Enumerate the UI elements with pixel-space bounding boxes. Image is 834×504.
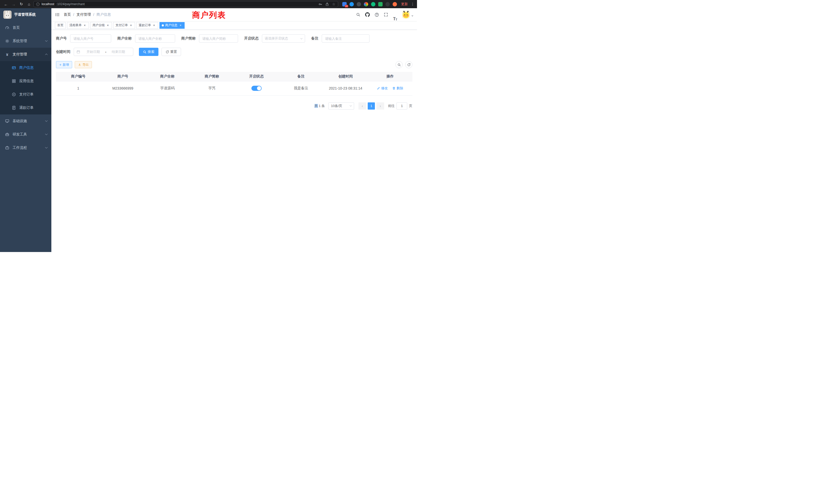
user-avatar[interactable] (402, 11, 410, 19)
page-size-select[interactable]: 10条/页 (328, 102, 354, 110)
add-button[interactable]: + 新增 (56, 61, 72, 68)
cell-short-name: 芋艿 (190, 81, 235, 95)
page-info-icon[interactable]: i (36, 3, 40, 6)
dashboard-icon (5, 26, 9, 30)
sidebar-item-app-info[interactable]: 应用信息 (0, 74, 51, 88)
password-key-icon[interactable] (319, 2, 322, 6)
merchant-table: 商户编号 商户号 商户全称 商户简称 开启状态 备注 创建时间 操作 1 M23… (56, 72, 412, 96)
close-icon[interactable]: × (83, 24, 87, 27)
refresh-icon[interactable] (405, 61, 412, 68)
export-button[interactable]: 导出 (75, 61, 92, 68)
cell-merchant-id: 1 (56, 81, 101, 95)
browser-forward-icon[interactable]: → (10, 2, 17, 6)
bookmark-star-icon[interactable]: ☆ (332, 2, 335, 6)
status-toggle[interactable] (251, 86, 262, 91)
sidebar-item-home[interactable]: 首页 (0, 21, 51, 35)
next-page-button[interactable]: › (376, 102, 384, 110)
extension-icon-6[interactable] (378, 2, 382, 6)
tab-merchant-info[interactable]: 商户信息 × (159, 22, 184, 29)
date-range-picker[interactable]: 开始日期 - 结束日期 (74, 48, 133, 56)
gear-icon (5, 39, 9, 43)
url-host: localhost (42, 2, 54, 6)
address-bar[interactable]: i localhost :1024/pay/merchant ☆ (34, 1, 338, 7)
delete-link[interactable]: 删除 (392, 86, 403, 91)
sidebar-item-workflow[interactable]: 工作流程 (0, 141, 51, 155)
close-icon[interactable]: × (106, 24, 110, 27)
filter-row-2: 创建时间 开始日期 - 结束日期 搜索 重置 (56, 48, 412, 56)
sidebar-item-label: 基础设施 (13, 119, 27, 123)
monitor-icon (5, 119, 9, 123)
chevron-down-icon (45, 119, 48, 122)
tab-pay-order[interactable]: 支付订单 × (113, 22, 135, 29)
edit-link[interactable]: 修改 (377, 86, 388, 91)
reset-button[interactable]: 重置 (161, 48, 181, 56)
close-icon[interactable]: × (129, 24, 133, 27)
sidebar-item-label: 研发工具 (13, 132, 27, 137)
extension-icon-2[interactable] (349, 2, 354, 6)
tab-home[interactable]: 首页 (55, 22, 66, 29)
share-icon[interactable] (325, 2, 329, 6)
toggle-search-icon[interactable] (395, 61, 403, 68)
table-header-row: 商户编号 商户号 商户全称 商户简称 开启状态 备注 创建时间 操作 (56, 72, 412, 81)
field-label: 备注 (311, 36, 319, 41)
merchant-short-name-input[interactable] (199, 35, 238, 43)
sidebar-item-infrastructure[interactable]: 基础设施 (0, 114, 51, 128)
breadcrumb-home[interactable]: 首页 (64, 12, 71, 17)
font-size-icon[interactable]: TT (391, 8, 399, 21)
navbar-actions: TT (354, 8, 413, 21)
credit-card-icon (12, 66, 16, 70)
prev-page-button[interactable]: ‹ (358, 102, 366, 110)
cell-merchant-no: M233666999 (101, 81, 145, 95)
browser-back-icon[interactable]: ← (3, 2, 9, 6)
select-placeholder: 请选择开启状态 (265, 36, 288, 41)
extension-icon-3[interactable] (357, 2, 361, 6)
tab-process-form[interactable]: 流程表单 × (67, 22, 89, 29)
cell-actions: 修改 删除 (368, 81, 413, 95)
extension-icon-4[interactable] (364, 2, 368, 6)
extension-icon-5[interactable] (371, 2, 375, 6)
browser-menu-icon[interactable]: ⋮ (411, 2, 414, 6)
merchant-name-input[interactable] (135, 35, 175, 43)
goto-page-input[interactable] (396, 102, 407, 110)
sidebar-item-label: 支付订单 (19, 92, 34, 97)
user-menu[interactable] (402, 11, 413, 19)
sidebar-item-refund-order[interactable]: 退款订单 (0, 101, 51, 114)
search-button[interactable]: 搜索 (139, 48, 158, 56)
chrome-update-button[interactable]: 更新 (401, 2, 408, 6)
browser-home-icon[interactable]: ⌂ (26, 2, 32, 6)
field-label: 商户全称 (117, 36, 132, 41)
extension-icon-8[interactable] (393, 2, 397, 6)
tab-refund-order[interactable]: 退款订单 × (136, 22, 158, 29)
pagination-total-highlight: 共 (314, 104, 318, 108)
col-short-name: 商户简称 (190, 72, 235, 81)
app-logo[interactable]: 芋道管理系统 (0, 8, 51, 21)
remark-input[interactable] (322, 35, 370, 43)
help-icon[interactable] (372, 8, 381, 21)
close-icon[interactable]: × (152, 24, 156, 27)
remark-field: 备注 (311, 35, 370, 43)
extension-icon-7[interactable] (386, 2, 390, 6)
page-button-1[interactable]: 1 (368, 102, 375, 110)
sidebar-item-pay-order[interactable]: 支付订单 (0, 88, 51, 101)
end-date-placeholder[interactable]: 结束日期 (106, 49, 130, 54)
browser-reload-icon[interactable]: ↻ (18, 2, 25, 6)
sidebar-toggle-icon[interactable] (51, 8, 64, 21)
merchant-no-input[interactable] (70, 35, 111, 43)
header-search-icon[interactable] (354, 8, 363, 21)
sidebar-item-label: 应用信息 (19, 79, 34, 84)
breadcrumb-payment[interactable]: 支付管理 (76, 12, 91, 17)
sidebar-item-merchant-info[interactable]: 商户信息 (0, 61, 51, 74)
breadcrumb: 首页 / 支付管理 / 商户信息 (64, 12, 111, 17)
toolbar-right (395, 61, 412, 68)
sidebar-item-payment[interactable]: ¥ 支付管理 (0, 48, 51, 61)
extension-icon-1[interactable]: 10 (342, 2, 347, 6)
fullscreen-icon[interactable] (381, 8, 390, 21)
status-select[interactable]: 请选择开启状态 (262, 35, 305, 43)
sidebar-item-dev-tools[interactable]: 研发工具 (0, 128, 51, 141)
start-date-placeholder[interactable]: 开始日期 (81, 49, 105, 54)
sidebar-item-system[interactable]: 系统管理 (0, 35, 51, 48)
github-icon[interactable] (363, 8, 372, 21)
tab-user-group[interactable]: 用户分组 × (90, 22, 112, 29)
close-icon[interactable]: × (179, 24, 182, 27)
grid-icon (12, 79, 16, 83)
